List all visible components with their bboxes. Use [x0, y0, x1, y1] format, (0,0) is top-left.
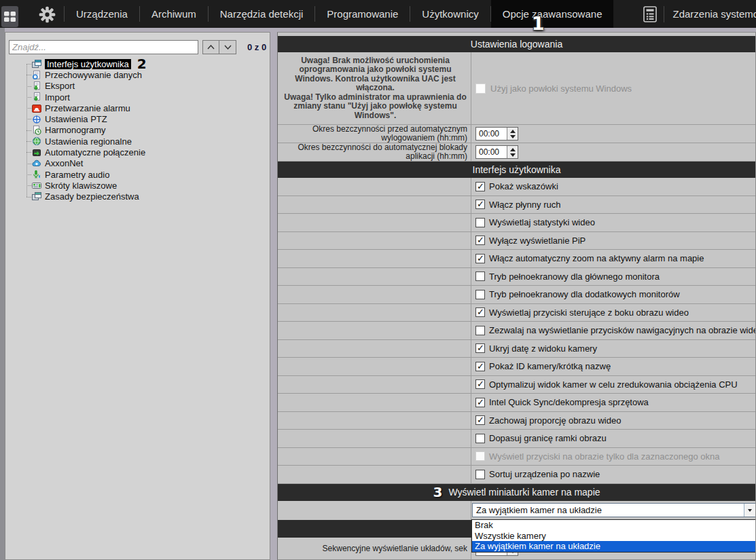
sidebar-item-import[interactable]: Import	[5, 92, 270, 102]
regional-settings-icon	[31, 136, 41, 146]
checkbox[interactable]	[475, 398, 485, 407]
auto-logout-spinner[interactable]: 00:00	[475, 127, 518, 141]
checkbox-row: Pokaż wskazówki	[278, 178, 755, 196]
menu-item-programowanie[interactable]: Programowanie	[315, 0, 410, 28]
sidebar-item-automatyczne-polaczenie[interactable]: Automatyczne połączenie	[5, 147, 270, 157]
system-events-icon	[643, 6, 657, 22]
checkbox[interactable]	[475, 326, 485, 335]
checkbox-label: Wyświetlaj przyciski sterujące z boku ob…	[489, 307, 689, 318]
checkbox[interactable]	[475, 218, 485, 227]
sidebar-item-interfejs-uzytkownika[interactable]: Interfejs użytkownika 2	[5, 58, 270, 69]
search-next-button[interactable]	[219, 40, 236, 54]
spinner-down-icon[interactable]	[510, 135, 516, 138]
checkbox-label: Wyłącz wyświetlanie PiP	[489, 236, 586, 246]
sidebar-item-label: Parametry audio	[45, 170, 109, 180]
sidebar-item-label: Przetwarzanie alarmu	[45, 103, 130, 113]
checkbox[interactable]	[475, 200, 485, 209]
auto-logout-label: Okres bezczynności przed automatycznym w…	[278, 125, 471, 143]
menu-item-opcje-zaawansowane-active[interactable]: Opcje zaawansowane 1	[491, 0, 614, 28]
settings-tree: Interfejs użytkownika 2 Przechowywanie d…	[5, 58, 270, 202]
sidebar-item-parametry-audio[interactable]: Parametry audio	[5, 169, 270, 180]
chevron-down-icon[interactable]	[744, 504, 755, 517]
ptz-settings-icon	[31, 115, 41, 124]
checkbox[interactable]	[475, 272, 485, 281]
spinner-value[interactable]: 00:00	[476, 128, 507, 140]
security-policy-icon	[31, 192, 41, 202]
sidebar-item-label: Import	[45, 92, 70, 102]
checkbox-row: Zezwalaj na wyświetlanie przycisków nawi…	[278, 322, 755, 340]
menu-item-archiwum[interactable]: Archiwum	[140, 0, 208, 28]
sidebar-item-eksport[interactable]: Eksport	[5, 81, 270, 92]
checkbox-row: Wyświetlaj statystyki wideo	[278, 214, 755, 232]
checkbox[interactable]	[475, 343, 485, 353]
checkbox[interactable]	[475, 182, 485, 191]
checkbox-label: Zezwalaj na wyświetlanie przycisków nawi…	[489, 325, 756, 335]
search-input[interactable]	[9, 40, 198, 54]
auto-lock-spinner[interactable]: 00:00	[475, 145, 518, 159]
sidebar-item-zasady-bezpieczenstwa[interactable]: Zasady bezpieczeństwa	[5, 191, 270, 202]
checkbox[interactable]	[475, 470, 485, 479]
top-menu-bar: Urządzenia Archiwum Narzędzia detekcji P…	[0, 0, 756, 28]
checkbox[interactable]	[475, 290, 485, 299]
checkbox[interactable]	[475, 254, 485, 263]
checkbox[interactable]	[475, 362, 485, 371]
checkbox-row: Ukryj datę z widoku kamery	[278, 340, 755, 358]
checkbox-label: Włącz płynny ruch	[489, 200, 560, 210]
checkbox-row: Wyświetlaj przyciski sterujące z boku ob…	[278, 304, 755, 322]
sidebar-item-skroty-klawiszowe[interactable]: Skróty klawiszowe	[5, 180, 270, 191]
sidebar-item-label: Automatyczne połączenie	[45, 147, 145, 157]
search-prev-button[interactable]	[202, 40, 219, 54]
dropdown-option-wszystkie-kamery[interactable]: Wszystkie kamery	[472, 531, 756, 542]
checkbox[interactable]	[475, 415, 485, 425]
system-events-button[interactable]: Zdarzenia systemowe	[634, 0, 756, 28]
spinner-up-icon[interactable]	[510, 148, 516, 151]
shell-warning-cell: Uwaga! Brak możliwość uruchomienia oprog…	[278, 52, 471, 124]
dropdown-option-za-wyjatkiem[interactable]: Za wyjątkiem kamer na układzie	[472, 541, 756, 552]
menu-item-urzadzenia[interactable]: Urządzenia	[65, 0, 139, 28]
import-icon	[31, 92, 41, 102]
audio-parameters-icon	[31, 170, 41, 179]
spinner-down-icon[interactable]	[510, 153, 516, 157]
menu-item-uzytkownicy[interactable]: Użytkownicy	[410, 0, 490, 28]
auto-connect-icon	[31, 148, 41, 157]
sidebar-item-harmonogramy[interactable]: Harmonogramy	[5, 125, 270, 136]
menu-item-narzedzia-detekcji[interactable]: Narzędzia detekcji	[209, 0, 315, 28]
sidebar-item-ustawienia-regionalne[interactable]: Ustawienia regionalne	[5, 136, 270, 147]
checkbox-label: Wyświetl przyciski na obrazie tylko dla …	[489, 451, 720, 462]
checkbox-label: Ukryj datę z widoku kamery	[489, 343, 597, 354]
checkbox-row-disabled: Wyświetl przyciski na obrazie tylko dla …	[278, 448, 755, 466]
spinner-buttons[interactable]	[507, 146, 518, 158]
sidebar-item-label: Ustawienia regionalne	[45, 136, 132, 147]
spinner-up-icon[interactable]	[510, 130, 516, 133]
user-interface-header-label: Interfejs użytkownika	[473, 164, 561, 175]
thumbnails-dropdown[interactable]: Za wyjątkiem kamer na układzie	[472, 503, 756, 517]
sidebar-item-axxonnet[interactable]: AxxonNet	[5, 158, 270, 169]
checkbox-row: Zachowaj proporcję obrazu wideo	[278, 412, 755, 430]
settings-gear-button[interactable]	[36, 5, 58, 24]
user-interface-icon	[31, 59, 41, 69]
sidebar-item-label: Interfejs użytkownika	[45, 59, 131, 69]
checkbox-label: Włącz automatyczny zoom na aktywny alarm…	[489, 253, 704, 263]
thumbnails-select-row: Za wyjątkiem kamer na układzie	[278, 501, 755, 520]
sidebar-item-przetwarzanie-alarmu[interactable]: Przetwarzanie alarmu	[5, 102, 270, 113]
checkbox	[475, 451, 485, 461]
checkbox[interactable]	[475, 307, 485, 317]
checkbox[interactable]	[475, 236, 485, 245]
checkbox-label: Zachowaj proporcję obrazu wideo	[489, 415, 621, 426]
checkbox[interactable]	[475, 434, 485, 443]
camera-thumbnails-header: 3 Wyświetl miniaturki kamer na mapie	[278, 484, 755, 501]
checkbox-label: Sortuj urządzenia po nazwie	[489, 469, 600, 479]
app-grid-button[interactable]	[1, 6, 18, 27]
sidebar-item-ustawienia-ptz[interactable]: Ustawienia PTZ	[5, 113, 270, 124]
app-grid-icon	[4, 12, 16, 22]
sidebar-item-przechowywanie-danych[interactable]: Przechowywanie danych	[5, 69, 270, 80]
checkbox-row: Sortuj urządzenia po nazwie	[278, 466, 755, 484]
spinner-buttons[interactable]	[507, 128, 518, 140]
spinner-value[interactable]: 00:00	[476, 146, 507, 158]
annotation-1: 1	[532, 10, 545, 37]
checkbox[interactable]	[475, 379, 485, 389]
annotation-3: 3	[433, 484, 442, 500]
thumbnails-dropdown-list: Brak Wszystkie kamery Za wyjątkiem kamer…	[471, 519, 756, 553]
dropdown-option-brak[interactable]: Brak	[472, 520, 756, 531]
axxonnet-cloud-icon	[31, 159, 41, 168]
